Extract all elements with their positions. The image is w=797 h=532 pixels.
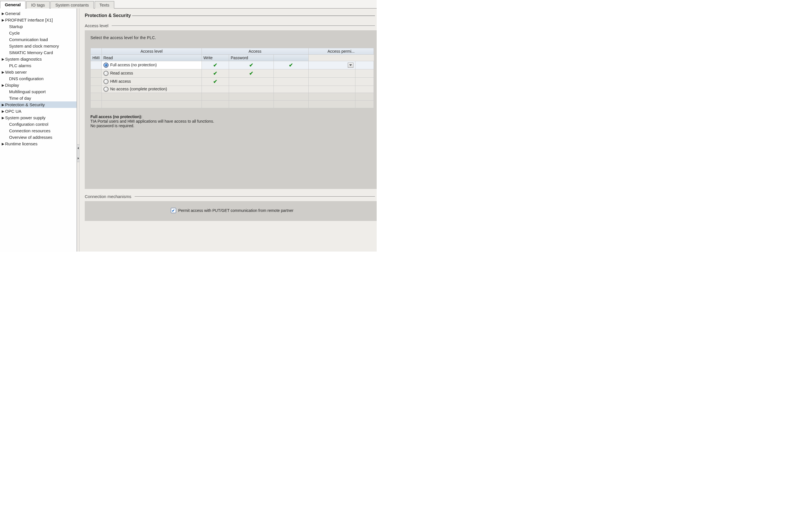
access-write-cell: ✔ [274,61,308,70]
sidebar-item-startup[interactable]: Startup [0,23,76,30]
connection-mechanisms-panel: Permit access with PUT/GET communication… [85,201,377,221]
tab-texts[interactable]: Texts [95,1,114,8]
tab-io-tags[interactable]: IO tags [26,1,50,8]
password-cell[interactable] [308,86,355,93]
tree-arrow-icon[interactable]: ▶ [1,70,4,74]
sidebar-item-time-of-day[interactable]: Time of day [0,95,76,101]
sidebar-item-label: Web server [5,70,26,75]
radio-icon[interactable] [104,79,109,84]
sidebar-item-opc-ua[interactable]: ▶OPC UA [0,108,76,114]
put-get-checkbox[interactable] [171,208,176,213]
access-row-label-cell[interactable]: Full access (no protection) [101,61,202,70]
tree-arrow-icon[interactable]: ▶ [1,142,4,146]
sidebar-item-label: Communication load [9,37,48,42]
sidebar-item-label: Multilingual support [9,89,45,94]
access-row[interactable]: Full access (no protection)✔✔✔ [91,61,374,70]
tree-arrow-icon[interactable]: ▶ [1,116,4,120]
sidebar-item-multilingual-support[interactable]: Multilingual support [0,88,76,95]
col-read[interactable]: Read [101,55,202,61]
access-level-table: Access level Access Access permi... HMI … [90,48,374,108]
tree-arrow-icon[interactable]: ▶ [1,103,4,107]
sidebar-item-label: PROFINET interface [X1] [5,18,53,22]
row-header [91,61,102,70]
access-write-cell [274,78,308,86]
access-row[interactable]: HMI access✔ [91,78,374,86]
sidebar-item-label: Startup [9,24,23,29]
access-row-label: Full access (no protection) [110,63,157,67]
sidebar-item-cycle[interactable]: Cycle [0,30,76,36]
sidebar-item-plc-alarms[interactable]: PLC alarms [0,62,76,69]
radio-icon[interactable] [104,87,109,92]
sidebar-item-label: System and clock memory [9,44,59,49]
trailing-cell [355,70,374,78]
access-row-label: No access (complete protection) [110,87,167,91]
access-row[interactable]: No access (complete protection) [91,86,374,93]
access-level-heading: Access level [85,23,377,28]
sidebar-item-label: Time of day [9,96,31,100]
sidebar-item-configuration-control[interactable]: Configuration control [0,121,76,128]
sidebar-item-runtime-licenses[interactable]: ▶Runtime licenses [0,140,76,147]
access-row[interactable]: Read access✔✔ [91,70,374,78]
access-write-cell [274,70,308,78]
sidebar-item-overview-of-addresses[interactable]: Overview of addresses [0,134,76,140]
check-icon: ✔ [249,62,253,68]
sidebar-item-profinet-interface-x1[interactable]: ▶PROFINET interface [X1] [0,17,76,23]
sidebar-item-label: SIMATIC Memory Card [9,50,53,55]
sidebar-item-simatic-memory-card[interactable]: SIMATIC Memory Card [0,49,76,56]
check-icon: ✔ [289,62,293,68]
splitter-handle-icon[interactable] [77,145,79,162]
access-read-cell: ✔ [229,61,274,70]
page-title: Protection & Security [85,13,377,18]
col-hmi[interactable]: HMI [91,55,102,61]
tree-arrow-icon[interactable]: ▶ [1,57,4,61]
tab-strip: General IO tags System constants Texts [0,0,377,8]
access-row-label-cell[interactable]: Read access [101,70,202,78]
access-row-label: HMI access [110,79,131,83]
sidebar-item-dns-configuration[interactable]: DNS configuration [0,75,76,82]
connection-heading-text: Connection mechanisms [85,194,131,199]
sidebar-item-label: Configuration control [9,122,48,127]
sidebar-item-general[interactable]: ▶General [0,10,76,17]
sidebar-item-web-server[interactable]: ▶Web server [0,69,76,75]
tree-arrow-icon[interactable]: ▶ [1,109,4,113]
col-access[interactable]: Access [202,48,308,55]
col-access-permission[interactable]: Access permi... [308,48,374,55]
col-write[interactable]: Write [202,55,229,61]
password-cell[interactable] [308,70,355,78]
trailing-cell [355,61,374,70]
trailing-cell [355,78,374,86]
access-row-label-cell[interactable]: No access (complete protection) [101,86,202,93]
col-password[interactable]: Password [229,55,274,61]
radio-icon[interactable] [104,63,109,68]
access-read-cell [229,78,274,86]
sidebar-item-connection-resources[interactable]: Connection resources [0,128,76,134]
sidebar-item-system-power-supply[interactable]: ▶System power supply [0,114,76,121]
password-cell[interactable] [308,61,355,70]
splitter[interactable] [77,8,80,251]
sidebar-item-system-and-clock-memory[interactable]: System and clock memory [0,43,76,49]
access-row-label-cell[interactable]: HMI access [101,78,202,86]
sidebar-item-display[interactable]: ▶Display [0,82,76,88]
sidebar-item-protection-security[interactable]: ▶Protection & Security [0,101,76,108]
password-cell[interactable] [308,78,355,86]
access-desc-line2: No password is required. [90,124,374,128]
tree-arrow-icon[interactable]: ▶ [1,12,4,16]
trailing-cell [355,86,374,93]
col-access-level[interactable]: Access level [101,48,202,55]
sidebar-tree[interactable]: ▶General▶PROFINET interface [X1]StartupC… [0,8,77,251]
password-dropdown-icon[interactable] [348,63,353,68]
access-hmi-cell: ✔ [202,78,229,86]
tree-arrow-icon[interactable]: ▶ [1,83,4,87]
sidebar-item-system-diagnostics[interactable]: ▶System diagnostics [0,56,76,62]
access-read-cell: ✔ [229,70,274,78]
col-blank [274,55,308,61]
tree-arrow-icon[interactable]: ▶ [1,18,4,22]
radio-icon[interactable] [104,71,109,76]
access-level-panel: Select the access level for the PLC. Acc… [85,30,377,189]
tab-general[interactable]: General [0,1,25,8]
tab-system-constants[interactable]: System constants [51,1,94,8]
sidebar-item-communication-load[interactable]: Communication load [0,36,76,43]
check-icon: ✔ [213,62,217,68]
row-header [91,70,102,78]
put-get-checkbox-label: Permit access with PUT/GET communication… [178,208,294,213]
